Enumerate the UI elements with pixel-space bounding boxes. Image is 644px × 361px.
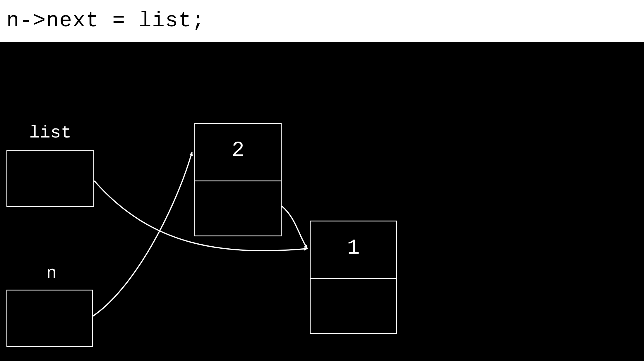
node-a: 2 <box>194 123 282 236</box>
code-header: n->next = list; <box>0 0 644 42</box>
node-b-divider <box>311 278 396 279</box>
list-label: list <box>29 123 71 143</box>
node-b: 1 <box>310 221 397 334</box>
node-a-divider <box>195 180 281 181</box>
node-b-value: 1 <box>311 236 396 260</box>
diagram-area: list n 2 1 <box>0 42 644 361</box>
arrow-node-a-next-to-node-b <box>282 206 307 249</box>
n-label: n <box>46 263 57 283</box>
arrow-n-to-node-a <box>93 152 192 316</box>
n-pointer-box <box>6 290 93 347</box>
node-a-value: 2 <box>195 138 281 162</box>
list-pointer-box <box>6 150 94 207</box>
code-line: n->next = list; <box>6 9 205 33</box>
